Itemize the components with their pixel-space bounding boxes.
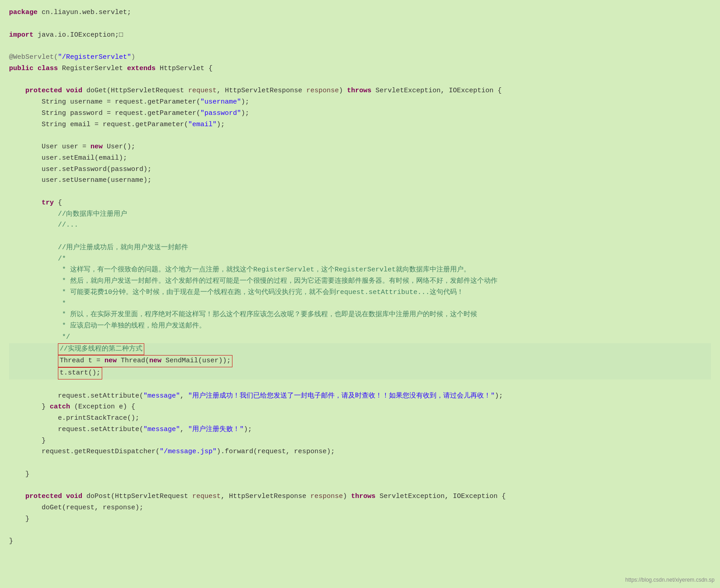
kw-protected2: protected	[25, 493, 62, 500]
line-dopost-sig: protected void doPost(HttpServletRequest…	[9, 491, 711, 503]
kw-protected1: protected	[25, 87, 62, 95]
annotation-text: @WebServlet(	[9, 53, 58, 61]
kw-void2: void	[66, 493, 82, 500]
kw-package: package	[9, 9, 38, 16]
line-comment-6: * 应该启动一个单独的线程，给用户发送邮件。	[9, 321, 711, 332]
kw-throws2: throws	[351, 493, 375, 500]
line-comment-3: * 可能要花费10分钟。这个时候，由于现在是一个线程在跑，这句代码没执行完，就不…	[9, 287, 711, 299]
line-blank6	[9, 231, 711, 242]
line-request-attr: request.setAttribute("message", "用户注册成功！…	[9, 391, 711, 402]
line-class-close: }	[9, 536, 711, 547]
line-catch-close: }	[9, 436, 711, 447]
line-package: package cn.liayun.web.servlet;	[9, 7, 711, 19]
kw-catch: catch	[50, 403, 70, 411]
line-highlight-comment: //实现多线程的第二种方式	[9, 343, 711, 356]
line-doget-close: }	[9, 469, 711, 480]
line-blank9	[9, 480, 711, 492]
kw-extends: extends	[127, 65, 156, 72]
kw-try: try	[42, 199, 54, 207]
line-dopost-close: }	[9, 514, 711, 525]
line-blank7	[9, 379, 711, 391]
line-email: String email = request.getParameter("ema…	[9, 119, 711, 131]
line-try: try {	[9, 198, 711, 209]
line-comment-2: * 然后，就向用户发送一封邮件。这个发邮件的过程可能是一个很慢的过程，因为它还需…	[9, 276, 711, 287]
line-comment-register: //向数据库中注册用户	[9, 209, 711, 220]
line-highlight-thread: Thread t = new Thread(new SendMail(user)…	[9, 355, 711, 367]
line-dispatcher: request.getRequestDispatcher("/message.j…	[9, 446, 711, 458]
kw-import: import	[9, 31, 33, 39]
line-blank2	[9, 41, 711, 52]
line-blank5	[9, 186, 711, 198]
line-doget-call: doGet(request, response);	[9, 503, 711, 514]
line-blank8	[9, 458, 711, 469]
line-comment-dots: //...	[9, 220, 711, 231]
line-comment-open: /*	[9, 254, 711, 265]
line-user-new: User user = new User();	[9, 142, 711, 153]
line-catch: } catch (Exception e) {	[9, 402, 711, 413]
line-doget-sig: protected void doGet(HttpServletRequest …	[9, 85, 711, 97]
line-request-fail: request.setAttribute("message", "用户注册失败！…	[9, 424, 711, 436]
kw-class: class	[38, 65, 58, 72]
line-blank3	[9, 75, 711, 86]
highlighted-comment-box: //实现多线程的第二种方式	[58, 343, 144, 356]
line-comment-4: *	[9, 299, 711, 310]
line-user-email: user.setEmail(email);	[9, 153, 711, 164]
line-comment-send: //用户注册成功后，就向用户发送一封邮件	[9, 242, 711, 254]
line-highlight-start: t.start();	[9, 367, 711, 379]
kw-new1: new	[90, 143, 103, 151]
line-comment-5: * 所以，在实际开发里面，程序绝对不能这样写！那么这个程序应该怎么改呢？要多线程…	[9, 309, 711, 321]
highlighted-start-box: t.start();	[58, 367, 102, 379]
kw-throws1: throws	[347, 87, 371, 95]
code-editor: package cn.liayun.web.servlet; import ja…	[9, 7, 711, 547]
watermark-text: https://blog.csdn.net/xiyerem.csdn.sp	[625, 576, 715, 584]
line-blank4	[9, 130, 711, 142]
line-blank10	[9, 525, 711, 536]
line-user-username: user.setUsername(username);	[9, 175, 711, 186]
line-class-decl: public class RegisterServlet extends Htt…	[9, 63, 711, 75]
line-user-password: user.setPassword(password);	[9, 164, 711, 175]
line-print-stack: e.printStackTrace();	[9, 413, 711, 424]
line-blank1	[9, 19, 711, 30]
line-comment-close: */	[9, 332, 711, 343]
line-annotation: @WebServlet("/RegisterServlet")	[9, 52, 711, 63]
line-password: String password = request.getParameter("…	[9, 108, 711, 119]
line-username: String username = request.getParameter("…	[9, 97, 711, 108]
kw-public: public	[9, 65, 33, 72]
line-comment-1: * 这样写，有一个很致命的问题。这个地方一点注册，就找这个RegisterSer…	[9, 265, 711, 276]
kw-void1: void	[66, 87, 82, 95]
line-import: import java.io.IOException;□	[9, 30, 711, 41]
highlighted-thread-box: Thread t = new Thread(new SendMail(user)…	[58, 355, 232, 367]
